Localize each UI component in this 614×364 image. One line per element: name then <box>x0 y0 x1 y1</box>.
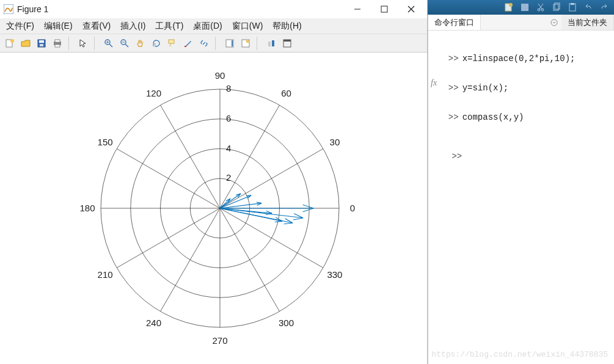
menubar: 文件(F) 编辑(E) 查看(V) 插入(I) 工具(T) 桌面(D) 窗口(W… <box>0 18 427 34</box>
titlebar: Figure 1 <box>0 0 427 18</box>
svg-line-70 <box>246 195 251 196</box>
window-title: Figure 1 <box>17 4 48 14</box>
menu-edit[interactable]: 编辑(E) <box>42 20 75 33</box>
hide-tools-icon[interactable] <box>264 36 279 51</box>
print-icon[interactable] <box>50 36 65 51</box>
command-window-panel: 命令行窗口 当前文件夹 >> x=linspace(0,2*pi,10); >>… <box>428 15 614 364</box>
matlab-figure-icon <box>4 4 13 14</box>
tab-current-folder[interactable]: 当前文件夹 <box>561 15 614 30</box>
paste-icon[interactable] <box>568 2 577 12</box>
close-button[interactable] <box>398 1 425 18</box>
new-figure-icon[interactable] <box>2 36 17 51</box>
svg-line-18 <box>125 44 128 47</box>
tab-current-folder-label: 当前文件夹 <box>568 17 607 28</box>
minimize-button[interactable] <box>344 1 371 18</box>
svg-rect-26 <box>268 42 271 46</box>
svg-line-87 <box>303 208 313 212</box>
svg-text:240: 240 <box>146 318 161 328</box>
svg-point-98 <box>551 20 557 26</box>
link-icon[interactable] <box>197 36 211 51</box>
dock-icon[interactable] <box>280 36 294 51</box>
svg-rect-12 <box>55 45 60 47</box>
prompt: >> <box>451 151 462 161</box>
brush-icon[interactable] <box>181 36 196 51</box>
copy-icon[interactable] <box>552 2 561 12</box>
pan-icon[interactable] <box>133 36 148 51</box>
command-window[interactable]: >> x=linspace(0,2*pi,10); >> y=sin(x); >… <box>428 31 614 364</box>
svg-line-14 <box>109 44 112 47</box>
undo-icon[interactable] <box>583 2 593 12</box>
zoom-out-icon[interactable] <box>117 36 132 51</box>
cmd-line-2: y=sin(x); <box>462 83 509 93</box>
menu-desktop[interactable]: 桌面(D) <box>191 20 224 33</box>
svg-text:150: 150 <box>98 137 113 147</box>
menu-insert[interactable]: 插入(I) <box>118 20 148 33</box>
svg-line-52 <box>117 208 220 268</box>
svg-line-48 <box>117 149 220 209</box>
maximize-button[interactable] <box>371 1 398 18</box>
svg-text:8: 8 <box>226 83 231 93</box>
svg-line-78 <box>275 221 282 222</box>
menu-file[interactable]: 文件(F) <box>4 20 37 33</box>
panel-tabstrip: 命令行窗口 当前文件夹 <box>428 15 614 31</box>
pointer-icon[interactable] <box>76 36 90 51</box>
insert-legend-icon[interactable] <box>238 36 253 51</box>
svg-text:270: 270 <box>212 335 227 346</box>
svg-rect-11 <box>55 40 60 42</box>
matlab-quick-toolbar <box>428 0 614 15</box>
svg-text:60: 60 <box>281 88 291 98</box>
svg-rect-9 <box>40 44 43 46</box>
svg-rect-23 <box>232 40 233 46</box>
zoom-in-icon[interactable] <box>101 36 116 51</box>
rotate-icon[interactable] <box>149 36 164 51</box>
toolbar <box>0 34 427 53</box>
svg-rect-20 <box>169 40 174 43</box>
svg-text:2: 2 <box>226 172 231 183</box>
svg-text:90: 90 <box>215 70 225 81</box>
svg-text:120: 120 <box>146 88 161 98</box>
svg-rect-29 <box>283 40 291 42</box>
prompt: >> <box>448 83 459 93</box>
open-icon[interactable] <box>18 36 33 51</box>
tab-command-window-label: 命令行窗口 <box>434 17 474 28</box>
cmd-line-1: x=linspace(0,2*pi,10); <box>462 54 576 64</box>
watermark: https://blog.csdn.net/weixin_44378835 <box>431 350 608 359</box>
insert-colorbar-icon[interactable] <box>222 36 237 51</box>
svg-point-90 <box>509 3 513 7</box>
svg-line-73 <box>257 202 261 203</box>
figure-window: Figure 1 文件(F) 编辑(E) 查看(V) 插入(I) 工具(T) 桌… <box>0 0 428 364</box>
new-script-icon[interactable] <box>504 2 514 12</box>
svg-point-6 <box>10 39 14 43</box>
save-icon[interactable] <box>520 2 530 12</box>
tab-command-window[interactable]: 命令行窗口 <box>428 15 481 30</box>
datatip-icon[interactable] <box>165 36 180 51</box>
plot-area: 24680306090120150180210240270300330 <box>0 53 427 364</box>
cut-icon[interactable] <box>536 2 546 12</box>
prompt: >> <box>448 54 459 64</box>
svg-rect-21 <box>185 46 186 47</box>
menu-help[interactable]: 帮助(H) <box>270 20 304 33</box>
svg-text:30: 30 <box>330 137 340 147</box>
svg-text:300: 300 <box>279 318 294 328</box>
save-icon[interactable] <box>34 36 49 51</box>
svg-text:6: 6 <box>226 113 231 123</box>
redo-icon[interactable] <box>599 2 609 12</box>
svg-rect-2 <box>381 6 387 12</box>
svg-text:0: 0 <box>350 203 355 213</box>
svg-line-84 <box>293 218 303 220</box>
svg-rect-25 <box>246 40 249 43</box>
svg-line-81 <box>284 223 293 224</box>
fx-icon[interactable]: fx <box>431 78 437 88</box>
svg-rect-97 <box>571 3 574 5</box>
cmd-line-3: compass(x,y) <box>462 112 524 122</box>
menu-tools[interactable]: 工具(T) <box>153 20 186 33</box>
svg-text:180: 180 <box>79 203 95 213</box>
menu-view[interactable]: 查看(V) <box>80 20 114 33</box>
svg-rect-91 <box>521 4 528 11</box>
svg-line-46 <box>161 105 221 208</box>
panel-actions-icon[interactable] <box>547 15 561 30</box>
svg-line-60 <box>220 208 323 268</box>
prompt: >> <box>448 112 459 122</box>
menu-window[interactable]: 窗口(W) <box>230 20 266 33</box>
svg-line-40 <box>220 149 323 209</box>
